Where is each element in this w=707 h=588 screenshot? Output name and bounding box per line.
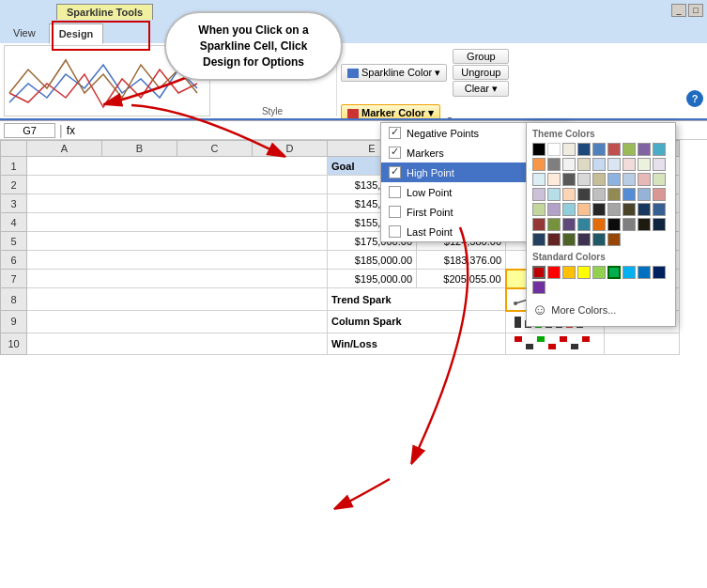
trend-label[interactable]: Trend Spark [328, 288, 506, 311]
minimize-btn[interactable]: _ [671, 4, 686, 17]
swatch-t6-4[interactable] [653, 218, 666, 231]
color-palette-panel: Theme Colors [526, 122, 676, 327]
help-btn[interactable]: ? [686, 90, 703, 107]
svg-rect-16 [571, 344, 578, 349]
swatch-black[interactable] [532, 143, 546, 156]
swatch-t3-2[interactable] [577, 173, 591, 186]
swatch-t4-1[interactable] [577, 188, 591, 201]
swatch-orange[interactable] [532, 158, 546, 171]
swatch-t6-6[interactable] [547, 233, 561, 246]
col-header-a: A [27, 141, 102, 157]
winloss-spark-cell[interactable] [506, 333, 605, 354]
std-swatch-orange[interactable] [562, 266, 576, 279]
sparkline-color-btn[interactable]: Sparkline Color ▾ [341, 64, 447, 82]
std-swatch-red[interactable] [547, 266, 561, 279]
swatch-t6-7[interactable] [562, 233, 576, 246]
swatch-t6-3[interactable] [638, 218, 651, 231]
cell-f6[interactable]: $183,376.00 [417, 251, 506, 270]
swatch-gray[interactable] [547, 158, 561, 171]
swatch-t5-2[interactable] [607, 203, 621, 216]
restore-btn[interactable]: □ [688, 4, 703, 17]
swatch-t5-10[interactable] [592, 218, 606, 231]
swatch-t6-2[interactable] [622, 218, 636, 231]
cell-e6[interactable]: $185,000.00 [328, 251, 417, 270]
swatch-cream[interactable] [562, 143, 576, 156]
std-swatch-darkred[interactable] [532, 266, 546, 279]
more-colors-btn[interactable]: ☺ More Colors... [532, 300, 669, 320]
swatch-t3-1[interactable] [562, 173, 576, 186]
swatch-t5-4[interactable] [638, 203, 651, 216]
swatch-t3-5[interactable] [622, 173, 636, 186]
svg-rect-14 [548, 344, 556, 349]
swatch-light-blue2[interactable] [607, 158, 621, 171]
swatch-t4-5[interactable] [638, 188, 651, 201]
swatch-t6-8[interactable] [577, 233, 591, 246]
swatch-t4-9[interactable] [562, 203, 576, 216]
swatch-cyan[interactable] [653, 143, 666, 156]
swatch-t4-4[interactable] [622, 188, 636, 201]
swatch-t4-7[interactable] [532, 203, 546, 216]
tab-design[interactable]: Design [49, 23, 104, 44]
swatch-t6-10[interactable] [607, 233, 621, 246]
swatch-dark-blue[interactable] [577, 143, 591, 156]
swatch-t4-8[interactable] [547, 203, 561, 216]
swatch-light-pink[interactable] [622, 158, 636, 171]
cell-a1[interactable] [27, 157, 328, 176]
swatch-t6-9[interactable] [592, 233, 606, 246]
swatch-t5-5[interactable] [653, 203, 666, 216]
swatch-t3-7[interactable] [653, 173, 666, 186]
swatch-red[interactable] [607, 143, 621, 156]
swatch-white[interactable] [547, 143, 561, 156]
swatch-t5-6[interactable] [532, 218, 546, 231]
swatch-t6-5[interactable] [532, 233, 546, 246]
cell-a2[interactable] [27, 176, 328, 194]
first-point-checkbox [389, 206, 401, 218]
cell-e7[interactable]: $195,000.00 [328, 270, 417, 288]
swatch-purple[interactable] [638, 143, 651, 156]
swatch-t5-3[interactable] [622, 203, 636, 216]
swatch-t3-9[interactable] [547, 188, 561, 201]
swatch-light-gray[interactable] [562, 158, 576, 171]
std-swatch-green[interactable] [607, 266, 621, 279]
cell-f7[interactable]: $205,055.00 [417, 270, 506, 288]
low-point-checkbox [389, 186, 401, 198]
swatch-t5-1[interactable] [592, 203, 606, 216]
swatch-t4-10[interactable] [577, 203, 591, 216]
name-box[interactable] [4, 123, 55, 138]
std-swatch-darkblue[interactable] [653, 266, 666, 279]
swatch-light-orange[interactable] [547, 173, 561, 186]
swatch-light-blue1[interactable] [592, 158, 606, 171]
swatch-light-green[interactable] [638, 158, 651, 171]
swatch-t6-1[interactable] [607, 218, 621, 231]
swatch-t5-7[interactable] [547, 218, 561, 231]
column-label[interactable]: Column Spark [328, 311, 506, 333]
swatch-tan[interactable] [577, 158, 591, 171]
std-swatch-lime[interactable] [592, 266, 606, 279]
row-num-7: 7 [1, 270, 27, 288]
ungroup-btn[interactable]: Ungroup [453, 65, 509, 80]
swatch-t4-2[interactable] [592, 188, 606, 201]
std-swatch-blue[interactable] [638, 266, 651, 279]
swatch-t4-6[interactable] [653, 188, 666, 201]
marker-color-btn[interactable]: Marker Color ▾ [341, 104, 440, 120]
std-swatch-purple[interactable] [532, 281, 546, 294]
swatch-t3-6[interactable] [638, 173, 651, 186]
tab-view[interactable]: View [4, 23, 45, 43]
clear-btn[interactable]: Clear ▾ [453, 81, 509, 97]
swatch-t3-4[interactable] [607, 173, 621, 186]
winloss-label[interactable]: Win/Loss [328, 333, 506, 354]
group-btn[interactable]: Group [453, 49, 509, 64]
swatch-t5-8[interactable] [562, 218, 576, 231]
swatch-light-cyan[interactable] [532, 173, 546, 186]
std-swatch-yellow[interactable] [577, 266, 591, 279]
swatch-t3-3[interactable] [592, 173, 606, 186]
swatch-blue[interactable] [592, 143, 606, 156]
swatch-t3-10[interactable] [562, 188, 576, 201]
swatch-t3-8[interactable] [532, 188, 546, 201]
swatch-t5-9[interactable] [577, 218, 591, 231]
swatch-t4-3[interactable] [607, 188, 621, 201]
swatch-light-purple[interactable] [653, 158, 666, 171]
sparkline-row-winloss: 10 Win/Loss [1, 333, 680, 354]
swatch-green[interactable] [622, 143, 636, 156]
std-swatch-sky[interactable] [622, 266, 636, 279]
